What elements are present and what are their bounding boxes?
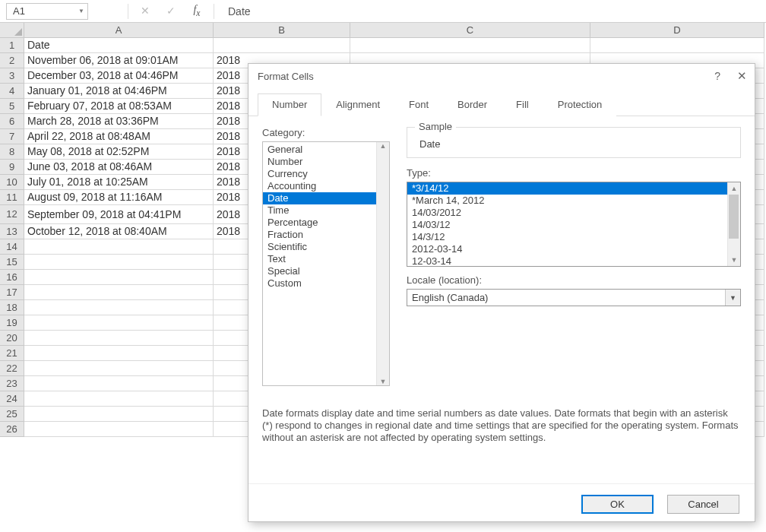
- cell[interactable]: February 07, 2018 at 08:53AM: [24, 99, 214, 114]
- row-header[interactable]: 20: [0, 331, 24, 346]
- scroll-down-icon[interactable]: ▼: [731, 256, 738, 264]
- row-header[interactable]: 7: [0, 129, 24, 144]
- cancel-entry-icon[interactable]: ✕: [139, 5, 151, 17]
- row-header[interactable]: 2: [0, 53, 24, 68]
- cell[interactable]: May 08, 2018 at 02:52PM: [24, 144, 214, 160]
- category-listbox[interactable]: GeneralNumberCurrencyAccountingDateTimeP…: [262, 141, 390, 386]
- list-item[interactable]: Scientific: [263, 241, 389, 253]
- cell[interactable]: June 03, 2018 at 08:46AM: [24, 160, 214, 175]
- cell[interactable]: Date: [24, 38, 214, 53]
- list-item[interactable]: 14/03/2012: [407, 207, 740, 219]
- row-header[interactable]: 10: [0, 175, 24, 190]
- scrollbar[interactable]: ▲ ▼: [376, 142, 389, 385]
- list-item[interactable]: Number: [263, 156, 389, 168]
- chevron-down-icon[interactable]: ▼: [78, 8, 84, 14]
- cell[interactable]: July 01, 2018 at 10:25AM: [24, 175, 214, 190]
- column-header[interactable]: A: [24, 23, 214, 38]
- row-header[interactable]: 5: [0, 99, 24, 114]
- column-header[interactable]: D: [590, 23, 764, 38]
- list-item[interactable]: Accounting: [263, 180, 389, 192]
- locale-select[interactable]: English (Canada) ▼: [407, 289, 741, 306]
- cell[interactable]: October 12, 2018 at 08:40AM: [24, 224, 214, 239]
- list-item[interactable]: 14/3/12: [407, 231, 740, 243]
- cell[interactable]: [24, 422, 214, 437]
- row-header[interactable]: 26: [0, 422, 24, 437]
- row-header[interactable]: 6: [0, 114, 24, 129]
- cell[interactable]: [24, 270, 214, 285]
- cell[interactable]: [24, 255, 214, 270]
- cell[interactable]: [24, 300, 214, 315]
- cell[interactable]: [24, 315, 214, 331]
- cell[interactable]: [24, 376, 214, 391]
- cell[interactable]: November 06, 2018 at 09:01AM: [24, 53, 214, 68]
- scroll-down-icon[interactable]: ▼: [380, 378, 387, 385]
- cell[interactable]: [24, 346, 214, 361]
- tab-fill[interactable]: Fill: [502, 93, 543, 116]
- row-header[interactable]: 19: [0, 315, 24, 331]
- cell[interactable]: April 22, 2018 at 08:48AM: [24, 129, 214, 144]
- select-all-corner[interactable]: [0, 23, 24, 38]
- cell[interactable]: [214, 38, 350, 53]
- row-header[interactable]: 18: [0, 300, 24, 315]
- row-header[interactable]: 12: [0, 205, 24, 224]
- list-item[interactable]: Time: [263, 204, 389, 217]
- chevron-down-icon[interactable]: ▼: [725, 290, 740, 306]
- cell[interactable]: [24, 361, 214, 376]
- insert-function-icon[interactable]: fx: [191, 4, 203, 18]
- list-item[interactable]: 12-03-14: [407, 255, 740, 268]
- tab-number[interactable]: Number: [258, 93, 321, 116]
- row-header[interactable]: 9: [0, 160, 24, 175]
- list-item[interactable]: General: [263, 144, 389, 156]
- tab-font[interactable]: Font: [394, 93, 443, 116]
- row-header[interactable]: 3: [0, 68, 24, 84]
- column-header[interactable]: B: [214, 23, 350, 38]
- row-header[interactable]: 22: [0, 361, 24, 376]
- scroll-up-icon[interactable]: ▲: [731, 185, 738, 192]
- cell[interactable]: [24, 239, 214, 255]
- list-item[interactable]: Currency: [263, 168, 389, 180]
- cell[interactable]: [24, 407, 214, 422]
- list-item[interactable]: Custom: [263, 277, 389, 290]
- cell[interactable]: March 28, 2018 at 03:36PM: [24, 114, 214, 129]
- ok-button[interactable]: OK: [581, 495, 654, 514]
- cell[interactable]: December 03, 2018 at 04:46PM: [24, 68, 214, 84]
- row-header[interactable]: 23: [0, 376, 24, 391]
- list-item[interactable]: Fraction: [263, 229, 389, 241]
- cell[interactable]: [24, 331, 214, 346]
- column-header[interactable]: C: [350, 23, 590, 38]
- scrollbar[interactable]: ▲ ▼: [727, 182, 740, 266]
- cell[interactable]: [24, 391, 214, 407]
- row-header[interactable]: 15: [0, 255, 24, 270]
- close-icon[interactable]: ✕: [737, 69, 747, 83]
- row-header[interactable]: 17: [0, 285, 24, 300]
- scrollbar-thumb[interactable]: [729, 195, 739, 239]
- name-box[interactable]: A1 ▼: [6, 3, 88, 20]
- row-header[interactable]: 1: [0, 38, 24, 53]
- help-icon[interactable]: ?: [714, 70, 720, 82]
- scroll-up-icon[interactable]: ▲: [380, 142, 387, 150]
- cell[interactable]: January 01, 2018 at 04:46PM: [24, 84, 214, 99]
- type-listbox[interactable]: *3/14/12*March 14, 201214/03/201214/03/1…: [407, 182, 741, 267]
- list-item[interactable]: Date: [263, 192, 389, 204]
- cell[interactable]: [24, 285, 214, 300]
- tab-alignment[interactable]: Alignment: [321, 93, 394, 116]
- cancel-button[interactable]: Cancel: [667, 495, 739, 514]
- list-item[interactable]: Special: [263, 265, 389, 277]
- cell[interactable]: August 09, 2018 at 11:16AM: [24, 190, 214, 205]
- confirm-entry-icon[interactable]: ✓: [165, 5, 177, 17]
- row-header[interactable]: 8: [0, 144, 24, 160]
- cell[interactable]: [350, 38, 590, 53]
- list-item[interactable]: *3/14/12: [407, 182, 740, 195]
- formula-bar-input[interactable]: Date: [220, 5, 251, 17]
- row-header[interactable]: 13: [0, 224, 24, 239]
- row-header[interactable]: 14: [0, 239, 24, 255]
- row-header[interactable]: 21: [0, 346, 24, 361]
- cell[interactable]: September 09, 2018 at 04:41PM: [24, 205, 214, 224]
- row-header[interactable]: 16: [0, 270, 24, 285]
- row-header[interactable]: 4: [0, 84, 24, 99]
- list-item[interactable]: 14/03/12: [407, 219, 740, 231]
- list-item[interactable]: *March 14, 2012: [407, 195, 740, 207]
- list-item[interactable]: 2012-03-14: [407, 243, 740, 255]
- row-header[interactable]: 25: [0, 407, 24, 422]
- tab-protection[interactable]: Protection: [543, 93, 617, 116]
